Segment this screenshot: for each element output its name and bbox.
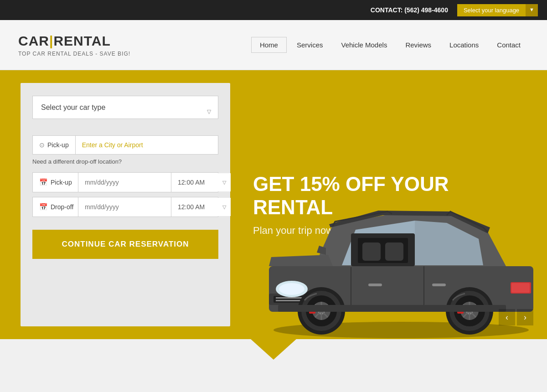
hero-section: Select your car type Sedan SUV Convertib… xyxy=(0,70,547,339)
language-select-label[interactable]: Select your language xyxy=(457,4,526,16)
different-dropoff-link[interactable]: Need a different drop-off location? xyxy=(32,158,218,165)
logo-title: CAR|RENTAL xyxy=(18,33,130,49)
svg-rect-37 xyxy=(278,305,506,312)
hero-right-panel: GET 15% OFF YOUR RENTAL Plan your trip n… xyxy=(230,70,547,339)
svg-rect-16 xyxy=(432,284,446,286)
logo-separator: | xyxy=(49,33,53,48)
pickup-label-text: Pick-up xyxy=(47,141,69,149)
pickup-label: ⊙ Pick-up xyxy=(33,136,76,154)
header: CAR|RENTAL TOP CAR RENTAL DEALS - SAVE B… xyxy=(0,20,547,70)
bottom-chevron-area xyxy=(0,339,547,366)
dropoff-date-label-text: Drop-off xyxy=(51,203,73,211)
svg-rect-41 xyxy=(385,242,403,261)
car-type-wrapper: Select your car type Sedan SUV Convertib… xyxy=(32,96,218,127)
language-selector[interactable]: Select your language ▼ xyxy=(457,4,538,16)
dropoff-date-label: 📅 Drop-off xyxy=(33,197,78,217)
dropoff-date-input[interactable] xyxy=(78,197,171,217)
nav-locations[interactable]: Locations xyxy=(441,37,487,52)
logo-tagline: TOP CAR RENTAL DEALS - SAVE BIG! xyxy=(18,51,130,57)
pickup-date-label-text: Pick-up xyxy=(51,179,72,186)
dropoff-date-row: 📅 Drop-off 12:00 AM 1:00 AM 12:00 PM xyxy=(32,197,218,217)
pickup-date-label: 📅 Pick-up xyxy=(33,173,78,192)
calendar-icon-dropoff: 📅 xyxy=(39,203,48,211)
language-select-arrow[interactable]: ▼ xyxy=(526,4,538,16)
reservation-form-card: Select your car type Sedan SUV Convertib… xyxy=(21,83,230,326)
top-bar: CONTACT: (562) 498-4600 Select your lang… xyxy=(0,0,547,20)
dropoff-time-select[interactable]: 12:00 AM 1:00 AM 12:00 PM xyxy=(171,198,231,216)
carousel-next-button[interactable]: › xyxy=(517,309,533,325)
nav-services[interactable]: Services xyxy=(289,37,331,52)
pickup-time-select[interactable]: 12:00 AM 1:00 AM 2:00 AM 12:00 PM xyxy=(171,173,231,191)
calendar-icon-pickup: 📅 xyxy=(39,178,48,186)
contact-info: CONTACT: (562) 498-4600 xyxy=(371,6,448,14)
logo-part2: RENTAL xyxy=(53,33,110,48)
pickup-date-input[interactable] xyxy=(78,173,171,192)
svg-rect-40 xyxy=(362,242,381,261)
nav-contact[interactable]: Contact xyxy=(489,37,529,52)
svg-rect-12 xyxy=(511,283,530,293)
pickup-city-input[interactable] xyxy=(76,136,218,154)
nav-reviews[interactable]: Reviews xyxy=(397,37,439,52)
main-nav: Home Services Vehicle Models Reviews Loc… xyxy=(251,37,529,53)
carousel-prev-button[interactable]: ‹ xyxy=(499,309,515,325)
carousel-controls: ‹ › xyxy=(499,309,533,325)
pickup-time-wrapper: 12:00 AM 1:00 AM 2:00 AM 12:00 PM xyxy=(171,173,231,192)
chevron-shape xyxy=(251,339,296,360)
nav-home[interactable]: Home xyxy=(251,37,287,53)
dropoff-time-wrapper: 12:00 AM 1:00 AM 12:00 PM xyxy=(171,197,231,217)
pickup-location-row: ⊙ Pick-up xyxy=(32,135,218,155)
pickup-date-row: 📅 Pick-up 12:00 AM 1:00 AM 2:00 AM 12:00… xyxy=(32,172,218,192)
svg-rect-15 xyxy=(368,284,382,286)
logo-area: CAR|RENTAL TOP CAR RENTAL DEALS - SAVE B… xyxy=(18,33,130,57)
svg-point-10 xyxy=(279,283,304,295)
car-type-select[interactable]: Select your car type Sedan SUV Convertib… xyxy=(32,96,218,119)
nav-vehicle-models[interactable]: Vehicle Models xyxy=(333,37,395,52)
logo-part1: CAR xyxy=(18,33,49,48)
location-icon: ⊙ xyxy=(39,141,45,149)
continue-reservation-button[interactable]: CONTINUE CAR RESERVATION xyxy=(32,230,218,259)
